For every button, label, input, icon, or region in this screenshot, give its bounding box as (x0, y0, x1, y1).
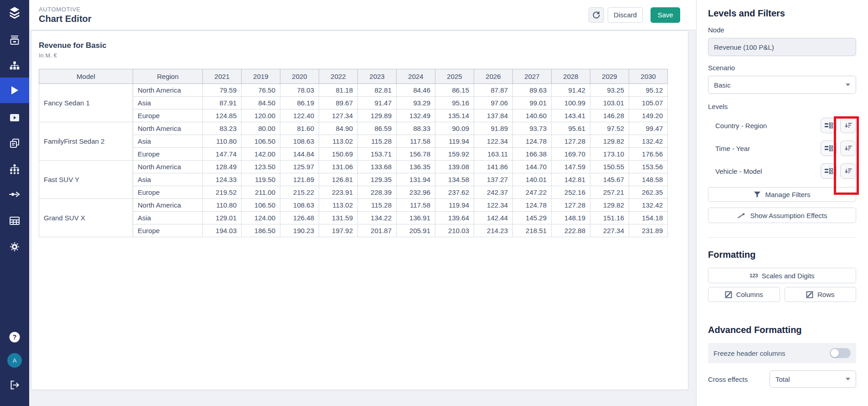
region-cell: North America (133, 122, 203, 135)
value-cell: 194.03 (203, 224, 242, 237)
value-cell: 147.59 (552, 161, 590, 173)
level-label: Vehicle - Model (715, 167, 762, 175)
value-cell: 237.62 (435, 186, 474, 199)
user-avatar[interactable]: A (0, 350, 29, 370)
value-cell: 210.03 (435, 224, 474, 237)
table-row: Asia110.80106.50108.63113.02115.28117.58… (39, 135, 668, 148)
value-cell: 148.19 (552, 212, 590, 224)
flow-arrow-icon (9, 191, 21, 198)
value-cell: 215.22 (280, 186, 319, 199)
app-logo[interactable] (0, 3, 29, 23)
level-display-button[interactable] (821, 118, 837, 133)
value-cell: 108.63 (280, 135, 319, 148)
scenario-value: Basic (714, 81, 731, 89)
format-rows-button[interactable]: Rows (785, 287, 857, 302)
level-display-button[interactable] (821, 163, 837, 179)
scenario-select[interactable]: Basic (708, 76, 856, 94)
value-cell: 79.59 (203, 84, 242, 97)
value-cell: 252.16 (552, 186, 590, 199)
value-cell: 140.60 (513, 109, 552, 122)
value-cell: 137.27 (474, 173, 513, 186)
sidebar-item-reports-active[interactable] (0, 78, 29, 103)
refresh-button[interactable] (589, 7, 604, 23)
value-cell: 90.09 (435, 122, 474, 135)
save-button[interactable]: Save (651, 7, 680, 23)
sidebar-item-hierarchy[interactable] (0, 56, 29, 76)
panel-title: Levels and Filters (708, 8, 856, 19)
scales-and-digits-button[interactable]: 123 Scales and Digits (708, 268, 856, 283)
level-sort-button[interactable] (840, 141, 856, 156)
discard-button[interactable]: Discard (608, 7, 643, 23)
value-cell: 95.61 (552, 122, 590, 135)
breadcrumb: AUTOMOTIVE (39, 6, 92, 13)
play-icon (10, 85, 20, 96)
sidebar-item-presentations[interactable] (0, 108, 29, 128)
value-cell: 147.74 (203, 148, 242, 161)
node-field[interactable]: Revenue (100 P&L) (708, 38, 856, 56)
chart-subtitle: In M. € (39, 52, 681, 59)
value-cell: 129.35 (358, 173, 397, 186)
value-cell: 132.42 (629, 199, 668, 212)
avatar-letter: A (13, 357, 17, 364)
sidebar-item-tables[interactable] (0, 211, 29, 231)
revenue-table: ModelRegion20212019202020222023202420252… (39, 69, 668, 237)
manage-filters-button[interactable]: Manage Filters (708, 187, 856, 202)
sidebar-item-archive[interactable] (0, 30, 29, 50)
freeze-header-columns-row: Freeze header columns (708, 343, 856, 363)
value-cell: 148.58 (629, 173, 668, 186)
table-row: Asia129.01124.00126.48131.59134.22136.91… (39, 212, 668, 224)
value-cell: 140.01 (513, 173, 552, 186)
sidebar-item-flows[interactable] (0, 184, 29, 204)
copy-pages-icon (9, 138, 20, 149)
app-sidebar: ? A (0, 0, 29, 406)
value-cell: 127.34 (319, 109, 358, 122)
region-cell: North America (133, 84, 203, 97)
value-cell: 197.92 (319, 224, 358, 237)
sidebar-item-settings[interactable] (0, 237, 29, 257)
scenario-label: Scenario (708, 64, 856, 72)
value-cell: 106.50 (242, 199, 280, 212)
region-cell: Asia (133, 173, 203, 186)
value-cell: 151.16 (590, 212, 629, 224)
sidebar-item-network[interactable] (0, 159, 29, 179)
show-assumption-effects-label: Show Assumption Effects (750, 212, 827, 219)
value-cell: 142.81 (552, 173, 590, 186)
sort-descending-icon (844, 167, 852, 175)
logout-button[interactable] (0, 375, 29, 395)
value-cell: 134.58 (435, 173, 474, 186)
value-cell: 136.35 (397, 161, 435, 173)
value-cell: 121.89 (280, 173, 319, 186)
value-cell: 81.18 (319, 84, 358, 97)
value-cell: 86.15 (435, 84, 474, 97)
level-row-country-region: Country - Region (708, 118, 856, 133)
sidebar-item-help[interactable]: ? (0, 327, 29, 347)
region-cell: Europe (133, 224, 203, 237)
value-cell: 117.58 (397, 199, 435, 212)
node-label: Node (708, 26, 856, 34)
value-cell: 84.90 (319, 122, 358, 135)
value-cell: 91.89 (474, 122, 513, 135)
column-header: 2020 (280, 69, 319, 84)
column-header: 2021 (203, 69, 242, 84)
value-cell: 82.81 (358, 84, 397, 97)
level-sort-button[interactable] (840, 163, 856, 179)
cross-effects-select[interactable]: Total (770, 370, 856, 388)
value-cell: 129.82 (590, 135, 629, 148)
value-cell: 131.94 (397, 173, 435, 186)
model-cell: FamilyFirst Sedan 2 (39, 122, 133, 161)
freeze-header-columns-toggle[interactable] (830, 348, 851, 358)
table-row: Grand SUV XNorth America110.80106.50108.… (39, 199, 668, 212)
show-assumption-effects-button[interactable]: Show Assumption Effects (708, 208, 856, 223)
table-icon (9, 216, 20, 225)
value-cell: 105.07 (629, 97, 668, 109)
region-cell: Europe (133, 148, 203, 161)
numbers-123-icon: 123 (749, 273, 758, 278)
value-cell: 227.34 (590, 224, 629, 237)
value-cell: 222.88 (552, 224, 590, 237)
value-cell: 119.50 (242, 173, 280, 186)
format-columns-button[interactable]: Columns (708, 287, 780, 302)
sidebar-item-pages[interactable] (0, 133, 29, 153)
level-display-button[interactable] (821, 141, 837, 156)
level-sort-button[interactable] (840, 118, 856, 133)
cross-effects-value: Total (775, 375, 790, 383)
